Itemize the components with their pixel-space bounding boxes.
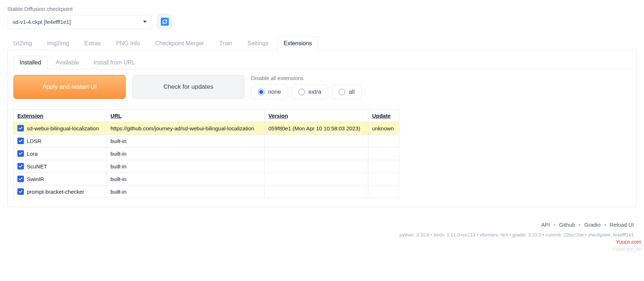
table-row: SwinIRbuilt-in: [14, 173, 399, 185]
check-updates-button[interactable]: Check for updates: [132, 75, 244, 99]
tab-img2img[interactable]: img2img: [41, 36, 75, 50]
watermark-yuucn: Yuucn.com: [616, 239, 641, 245]
checkpoint-select[interactable]: sd-v1-4.ckpt [fe4efff1e1]: [7, 15, 152, 29]
checkpoint-selected-value: sd-v1-4.ckpt [fe4efff1e1]: [13, 19, 71, 25]
apply-restart-button[interactable]: Apply and restart UI: [13, 75, 126, 99]
table-row: Lorabuilt-in: [14, 147, 399, 160]
col-update[interactable]: Update: [368, 110, 399, 122]
extension-name: SwinIR: [27, 176, 44, 182]
checkbox[interactable]: [17, 138, 24, 144]
disable-extensions-radios: noneextraall: [251, 85, 361, 99]
tab-txt2img[interactable]: txt2img: [7, 36, 38, 50]
extension-name: sd-webui-bilingual-localization: [27, 125, 99, 131]
extension-version: 059f80e1 (Mon Apr 10 10:58:03 2023): [264, 122, 368, 135]
extension-version: [264, 173, 368, 185]
tab-settings[interactable]: Settings: [241, 36, 275, 50]
radio-none[interactable]: none: [251, 85, 288, 99]
tab-extensions[interactable]: Extensions: [277, 36, 318, 50]
table-row: LDSRbuilt-in: [14, 135, 399, 147]
extension-update: [368, 173, 399, 185]
col-url[interactable]: URL: [106, 110, 264, 122]
footer-info: python: 3.10.6 • torch: 1.11.0+cu113 • x…: [0, 231, 644, 239]
extension-name: prompt-bracket-checker: [27, 189, 84, 195]
extension-url: built-in: [106, 160, 264, 173]
radio-extra[interactable]: extra: [292, 85, 329, 99]
extension-url: built-in: [106, 135, 264, 147]
tab-extras[interactable]: Extras: [78, 36, 107, 50]
col-extension[interactable]: Extension: [14, 110, 107, 122]
tab-checkpoint-merger[interactable]: Checkpoint Merger: [149, 36, 210, 50]
checkbox[interactable]: [17, 188, 24, 195]
extension-version: [264, 185, 368, 198]
extension-url: built-in: [106, 173, 264, 185]
extension-version: [264, 135, 368, 147]
subtab-available[interactable]: Available: [50, 56, 85, 69]
radio-all[interactable]: all: [332, 85, 361, 99]
table-row: prompt-bracket-checkerbuilt-in: [14, 185, 399, 198]
subtab-installed[interactable]: Installed: [13, 56, 47, 69]
checkbox[interactable]: [17, 163, 24, 169]
footer-link-api[interactable]: API: [541, 222, 550, 228]
extension-url: https://github.com/journey-ad/sd-webui-b…: [106, 122, 264, 135]
extension-update: [368, 147, 399, 160]
chevron-down-icon: [143, 21, 147, 23]
disable-extensions-label: Disable all extensions: [251, 75, 361, 81]
refresh-button[interactable]: [157, 14, 172, 29]
extension-version: [264, 160, 368, 173]
extension-name: LDSR: [27, 138, 41, 144]
footer-links: API•Github•Gradio•Reload UI: [0, 219, 644, 231]
footer-link-github[interactable]: Github: [559, 222, 575, 228]
footer-link-reload-ui[interactable]: Reload UI: [610, 222, 634, 228]
table-row: ScuNETbuilt-in: [14, 160, 399, 173]
tab-train[interactable]: Train: [213, 36, 238, 50]
extensions-panel: InstalledAvailableInstall from URL Apply…: [7, 50, 637, 207]
table-row: sd-webui-bilingual-localizationhttps://g…: [14, 122, 399, 135]
sub-tabs: InstalledAvailableInstall from URL: [13, 55, 631, 69]
extension-update: [368, 185, 399, 198]
extensions-table: ExtensionURLVersionUpdate sd-webui-bilin…: [13, 109, 399, 198]
footer-link-gradio[interactable]: Gradio: [584, 222, 601, 228]
extension-name: Lora: [27, 151, 38, 157]
checkbox[interactable]: [17, 150, 24, 157]
refresh-icon: [161, 18, 169, 26]
subtab-install-from-url[interactable]: Install from URL: [87, 56, 141, 69]
extension-version: [264, 147, 368, 160]
radio-input-none[interactable]: [258, 89, 264, 95]
main-tabs: txt2imgimg2imgExtrasPNG InfoCheckpoint M…: [7, 36, 637, 50]
checkbox[interactable]: [17, 125, 24, 131]
radio-input-extra[interactable]: [298, 89, 305, 95]
extension-update: [368, 160, 399, 173]
extension-update: [368, 135, 399, 147]
col-version[interactable]: Version: [264, 110, 368, 122]
checkpoint-label: Stable Diffusion checkpoint: [7, 6, 637, 12]
extension-name: ScuNET: [27, 163, 47, 169]
extension-url: built-in: [106, 147, 264, 160]
extension-url: built-in: [106, 185, 264, 198]
extension-update: unknown: [368, 122, 399, 135]
tab-png-info[interactable]: PNG Info: [110, 36, 146, 50]
checkbox[interactable]: [17, 176, 24, 182]
watermark-csdn: CSDN @jq_98: [612, 247, 641, 252]
radio-input-all[interactable]: [339, 89, 345, 95]
